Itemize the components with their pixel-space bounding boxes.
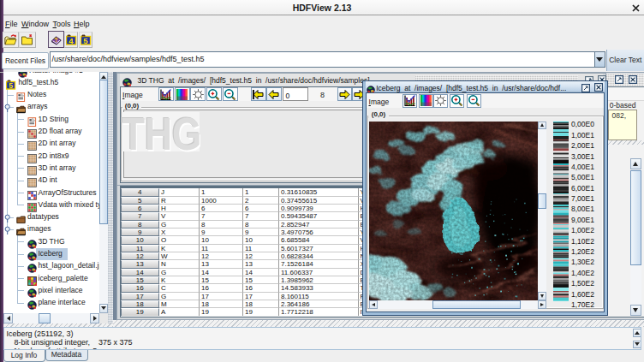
svg-text:5: 5 <box>83 36 88 45</box>
svg-text:5: 5 <box>9 81 13 90</box>
svg-text:4: 4 <box>69 36 74 45</box>
